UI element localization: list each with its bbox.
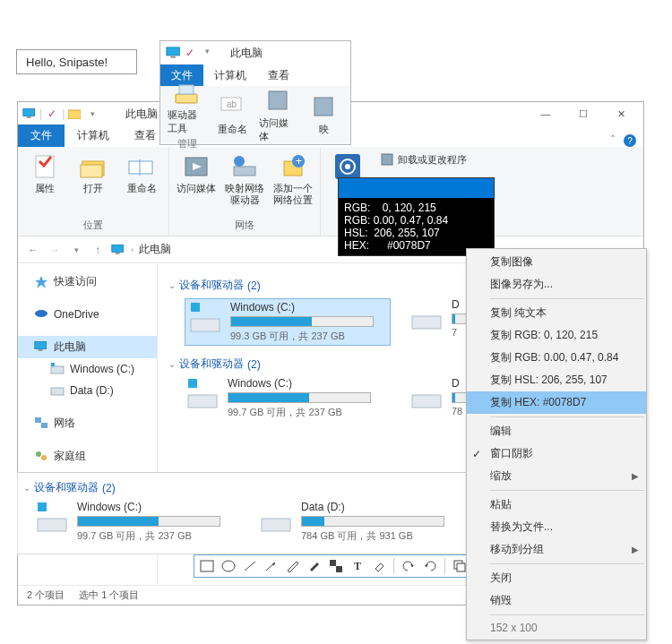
nav-network-label: 网络 — [54, 416, 75, 431]
menu-destroy[interactable]: 销毁 — [467, 589, 646, 612]
menu-move-to-group[interactable]: 移动到分组▶ — [467, 538, 646, 561]
close-button[interactable]: ✕ — [602, 102, 640, 125]
folder-icon[interactable] — [66, 106, 82, 122]
menu-zoom[interactable]: 缩放▶ — [467, 465, 646, 487]
svg-rect-54 — [330, 560, 336, 566]
menu-copy-plain[interactable]: 复制 纯文本 — [467, 302, 646, 324]
back-button[interactable]: ← — [25, 242, 41, 258]
menu-copy-rgb[interactable]: 复制 RGB: 0, 120, 215 — [467, 324, 646, 347]
nav-onedrive[interactable]: OneDrive — [18, 304, 157, 325]
drive-d-partial[interactable]: D 7 — [409, 298, 462, 346]
mini-map-button[interactable]: 映 — [305, 94, 343, 136]
add-location-button[interactable]: + 添加一个 网络位置 — [270, 149, 316, 217]
drive-c-selected[interactable]: Windows (C:) 99.3 GB 可用，共 237 GB — [185, 298, 391, 346]
pencil-tool[interactable] — [284, 557, 302, 575]
breadcrumb-pc-icon[interactable] — [111, 244, 125, 256]
uninstall-programs-item[interactable]: 卸载或更改程序 — [380, 152, 467, 167]
arrow-tool[interactable] — [263, 557, 280, 575]
menu-separator — [490, 563, 644, 564]
nav-windows-c[interactable]: Windows (C:) — [18, 358, 157, 380]
rect-tool[interactable] — [198, 557, 216, 575]
mini-ribbon: 驱动器工具 管理 ab 重命名 访问媒体 映 — [160, 86, 350, 144]
marker-tool[interactable] — [306, 557, 323, 575]
svg-rect-46 — [38, 519, 66, 531]
nav-homegroup[interactable]: 家庭组 — [18, 445, 157, 468]
svg-rect-34 — [51, 363, 55, 366]
dropdown-icon[interactable]: ▾ — [205, 47, 221, 59]
breadcrumb-text[interactable]: 此电脑 — [139, 242, 171, 257]
line-tool[interactable] — [241, 557, 259, 575]
svg-line-51 — [245, 562, 255, 571]
strip-drive-c[interactable]: Windows (C:) 99.7 GB 可用，共 237 GB — [34, 501, 240, 543]
mini-tab-view[interactable]: 查看 — [257, 64, 300, 86]
tab-computer[interactable]: 计算机 — [65, 125, 122, 147]
menu-copy-hex[interactable]: 复制 HEX: #0078D7 — [467, 391, 646, 414]
nav-this-pc[interactable]: 此电脑 — [18, 336, 157, 358]
snipaste-note[interactable]: Hello, Snipaste! — [16, 49, 137, 74]
drive-c-2[interactable]: Windows (C:) 99.7 GB 可用，共 237 GB — [185, 377, 391, 419]
properties-label: 属性 — [35, 183, 55, 194]
section-2-title: 设备和驱动器 — [179, 356, 244, 372]
forward-button[interactable]: → — [47, 242, 63, 258]
snipaste-toolbar[interactable]: T — [194, 554, 480, 578]
svg-rect-40 — [191, 319, 220, 331]
open-button[interactable]: 打开 — [70, 149, 116, 217]
svg-rect-55 — [336, 566, 342, 572]
maximize-button[interactable]: ☐ — [564, 102, 602, 125]
drive-icon — [258, 501, 294, 537]
drive-d-2-partial[interactable]: D 78 — [409, 377, 462, 419]
minimize-button[interactable]: — — [527, 102, 564, 125]
svg-rect-31 — [35, 341, 47, 348]
svg-rect-1 — [170, 56, 175, 58]
menu-copy-image[interactable]: 复制图像 — [467, 251, 646, 273]
nav-quick-access[interactable]: 快速访问 — [18, 270, 157, 293]
redo-tool[interactable] — [421, 557, 439, 575]
up-button[interactable]: ↑ — [90, 242, 106, 258]
mosaic-tool[interactable] — [327, 557, 345, 575]
strip-section-header[interactable]: ⌄ 设备和驱动器 (2) — [18, 480, 482, 495]
properties-button[interactable]: 属性 — [22, 149, 68, 217]
pc-icon — [22, 106, 38, 122]
menu-replace-file[interactable]: 替换为文件... — [467, 516, 646, 538]
add-location-label: 添加一个 网络位置 — [273, 183, 313, 206]
window-title: 此电脑 — [125, 107, 158, 122]
menu-edit[interactable]: 编辑 — [467, 420, 646, 442]
menu-separator — [490, 298, 644, 299]
menu-window-shadow[interactable]: ✓窗口阴影 — [467, 442, 646, 465]
collapse-ribbon-icon[interactable]: ˆ — [611, 134, 615, 147]
menu-paste[interactable]: 粘贴 — [467, 494, 646, 516]
map-drive-button[interactable]: 映射网络 驱动器 — [221, 149, 268, 217]
mini-tab-computer[interactable]: 计算机 — [203, 64, 257, 86]
check-icon[interactable]: ✓ — [44, 106, 60, 122]
tooltip-rgb: RGB: 0, 120, 215 — [344, 202, 488, 214]
svg-rect-42 — [412, 316, 441, 329]
tab-file[interactable]: 文件 — [18, 125, 65, 147]
nav-data-d[interactable]: Data (D:) — [18, 380, 157, 401]
eraser-tool[interactable] — [370, 557, 388, 575]
devices-strip-snip: ⌄ 设备和驱动器 (2) Windows (C:) 99.7 GB 可用，共 2… — [17, 472, 483, 554]
help-icon[interactable]: ? — [624, 134, 636, 147]
mini-rename-button[interactable]: ab 重命名 — [213, 94, 252, 136]
breadcrumb-sep[interactable]: › — [131, 245, 134, 254]
drive-c-name: Windows (C:) — [230, 301, 388, 313]
menu-close[interactable]: 关闭 — [467, 567, 646, 589]
dropdown-icon[interactable]: ▾ — [84, 106, 100, 122]
group-network-label: 网络 — [173, 217, 316, 234]
menu-copy-rgbf[interactable]: 复制 RGB: 0.00, 0.47, 0.84 — [467, 347, 646, 369]
ellipse-tool[interactable] — [220, 557, 237, 575]
strip-drive-d[interactable]: Data (D:) 784 GB 可用，共 931 GB — [258, 501, 464, 543]
undo-tool[interactable] — [400, 557, 418, 575]
mini-drive-tools-button[interactable]: 驱动器工具 管理 — [168, 80, 206, 150]
menu-copy-hsl[interactable]: 复制 HSL: 206, 255, 107 — [467, 369, 646, 391]
section-1-title: 设备和驱动器 — [179, 278, 244, 293]
nav-network[interactable]: 网络 — [18, 412, 157, 434]
mini-media-button[interactable]: 访问媒体 — [259, 88, 297, 143]
status-items: 2 个项目 — [27, 588, 65, 602]
mini-map-label: 映 — [319, 123, 329, 136]
recent-dropdown[interactable]: ▾ — [68, 242, 84, 258]
svg-rect-47 — [38, 502, 47, 511]
menu-save-image-as[interactable]: 图像另存为... — [467, 273, 646, 296]
text-tool[interactable]: T — [349, 557, 366, 575]
access-media-button[interactable]: 访问媒体 — [173, 149, 220, 217]
rename-button[interactable]: 重命名 — [118, 149, 165, 217]
